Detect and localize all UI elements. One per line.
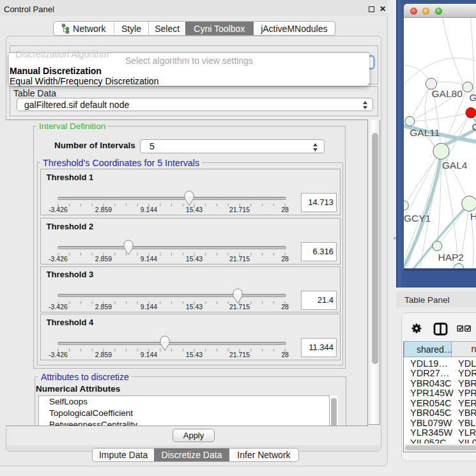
svg-text:GCY1: GCY1 <box>404 213 431 224</box>
svg-text:GAL4: GAL4 <box>442 160 468 171</box>
svg-text:GA: GA <box>470 92 476 103</box>
svg-text:GAL80: GAL80 <box>432 88 463 99</box>
svg-text:HAP2: HAP2 <box>438 252 464 263</box>
svg-text:C: C <box>472 121 476 132</box>
svg-text:GAL11: GAL11 <box>410 127 440 138</box>
svg-text:H: H <box>470 210 476 221</box>
